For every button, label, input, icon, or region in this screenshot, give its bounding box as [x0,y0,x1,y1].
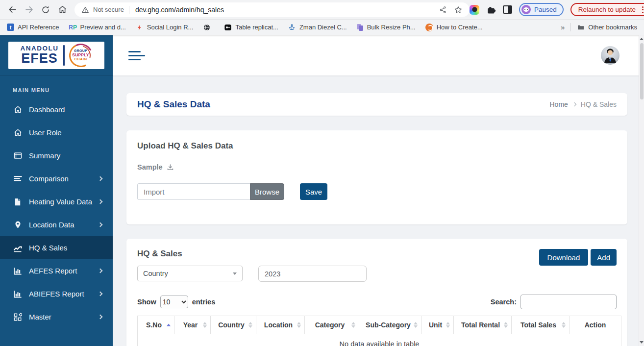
lens-extension-icon[interactable] [470,5,479,15]
bookmark-item[interactable] [203,24,214,31]
column-header-unit[interactable]: Unit [421,316,454,334]
bookmark-item[interactable]: t API Reference [7,24,59,31]
scrollbar-thumb[interactable] [640,43,644,99]
download-button[interactable]: Download [539,249,589,266]
relaunch-to-update-button[interactable]: Relaunch to update [570,3,644,16]
map-pin-icon [13,220,23,230]
page-length-control: Show 10 entries [137,296,215,308]
address-bar[interactable]: Not secure dev.ghg.com/admin/hq_sales [74,2,470,17]
user-avatar[interactable] [601,46,619,65]
other-bookmarks-button[interactable]: Other bookmarks [577,24,637,31]
column-header-sub-category[interactable]: Sub-Category [359,316,421,334]
bookmark-item[interactable]: Table replicat... [224,24,278,31]
home-icon [13,128,23,138]
breadcrumb-home-link[interactable]: Home [550,100,568,108]
bookmark-item[interactable]: How to Create... [425,24,483,31]
forward-button[interactable] [22,2,36,17]
not-secure-warning-icon [81,6,89,14]
add-button[interactable]: Add [591,249,617,266]
bar-chart-icon [13,266,23,276]
bookmark-item[interactable]: Social Login R... [136,24,194,31]
breadcrumb-current: HQ & Sales [581,100,617,108]
column-header-sno[interactable]: S.No [138,316,174,334]
page-length-select[interactable]: 10 [160,296,188,308]
year-input[interactable] [258,266,367,282]
reload-icon [41,5,50,14]
back-button[interactable] [5,2,20,17]
sidebar-item-comparison[interactable]: Comparison [0,167,113,190]
comparison-icon [13,174,23,184]
home-button[interactable] [55,2,70,17]
sort-icon [297,322,301,328]
sidebar-item-user-role[interactable]: User Role [0,121,113,144]
sidebar-item-location-data[interactable]: Location Data [0,213,113,236]
chevron-right-icon [98,222,103,227]
bookmark-item[interactable]: Zman Diezel C... [288,24,347,31]
column-header-location[interactable]: Location [256,316,305,334]
sidebar-item-master[interactable]: Master [0,305,113,328]
profile-avatar-icon [521,5,531,14]
sort-icon [562,322,566,328]
scroll-up-arrow-icon[interactable] [639,36,644,42]
top-header [113,35,644,75]
save-button[interactable]: Save [300,183,327,200]
extensions-area: Paused Relaunch to update [470,3,644,16]
column-header-total-rental[interactable]: Total Rental [454,316,512,334]
table-search-control: Search: [491,295,617,309]
profile-paused-badge[interactable]: Paused [519,3,564,16]
column-header-year[interactable]: Year [174,316,211,334]
chevron-down-icon [233,272,237,275]
country-select[interactable]: Country [137,266,243,281]
browser-window: Not secure dev.ghg.com/admin/hq_sales Pa… [0,0,644,346]
column-header-total-sales[interactable]: Total Sales [512,316,570,334]
sample-download-link[interactable]: Sample [137,163,617,171]
chevron-right-icon [98,315,103,320]
extensions-puzzle-icon[interactable] [486,5,496,15]
bookmark-item[interactable]: Bulk Resize Ph... [357,24,416,31]
scroll-down-arrow-icon[interactable] [639,339,644,346]
breadcrumb: Home HQ & Sales [550,100,617,108]
sort-icon [248,322,252,328]
home-icon [58,5,67,14]
file-icon [13,197,23,207]
sidebar-item-heating-value-data[interactable]: Heating Value Data [0,190,113,213]
anadolu-efes-logo: ANADOLU EFES GROUP SUPPLY CHAIN [8,42,104,69]
page-title-bar: HQ & Sales Data Home HQ & Sales [126,93,627,116]
page-title: HQ & Sales Data [137,99,210,110]
sort-icon [414,322,418,328]
browse-button[interactable]: Browse [250,183,284,200]
summary-icon [13,151,23,161]
sort-asc-icon [167,324,171,326]
sidebar-item-abiefes-report[interactable]: ABIEFES Report [0,282,113,305]
file-input-group: Browse [137,183,284,200]
bookmarks-overflow-button[interactable]: » [561,23,565,31]
hq-sales-card: HQ & Sales Download Add Country [126,239,627,346]
home-icon [13,105,23,115]
api-favicon: t [7,24,14,31]
sidebar-item-hq-sales[interactable]: HQ & Sales [0,236,113,259]
sidebar: ANADOLU EFES GROUP SUPPLY CHAIN MAIN MEN… [0,35,113,346]
camera-favicon [224,24,232,31]
browser-toolbar: Not secure dev.ghg.com/admin/hq_sales Pa… [0,0,644,20]
side-panel-icon[interactable] [503,5,512,14]
table-header-row: S.No Year Country Location Category Sub-… [138,316,621,334]
sort-icon [203,322,207,328]
sidebar-item-summary[interactable]: Summary [0,144,113,167]
share-icon[interactable] [439,6,447,14]
import-file-input[interactable] [137,183,250,200]
bar-chart-icon [13,289,23,299]
bookmark-item[interactable]: RP Preview and d... [69,24,126,31]
page-scrollbar[interactable] [639,35,644,346]
column-header-category[interactable]: Category [305,316,359,334]
browser-menu-icon[interactable] [641,6,644,13]
security-label: Not secure [93,6,124,13]
brand-area[interactable]: ANADOLU EFES GROUP SUPPLY CHAIN [0,35,113,75]
sidebar-item-dashboard[interactable]: Dashboard [0,98,113,121]
main-menu-label: MAIN MENU [13,87,113,93]
bookmark-star-icon[interactable] [454,5,463,14]
reload-button[interactable] [38,2,53,17]
column-header-country[interactable]: Country [211,316,256,334]
table-search-input[interactable] [520,295,617,309]
sidebar-toggle-button[interactable] [128,51,145,60]
sidebar-item-aefes-report[interactable]: AEFES Report [0,259,113,282]
